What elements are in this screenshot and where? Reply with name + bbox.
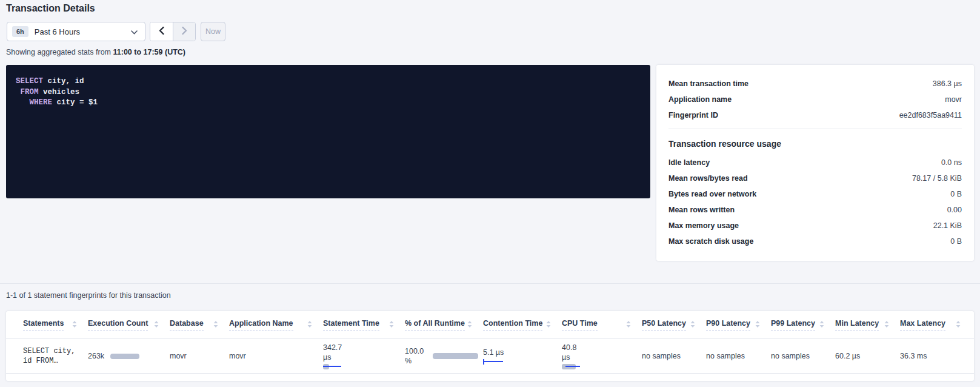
cpu-time-bar [562,364,584,370]
sql-line: WHERE city = $1 [16,98,641,109]
summary-value: 0.0 ns [941,158,962,167]
cell-p90-latency: no samples [706,352,771,360]
summary-label: Fingerprint ID [668,111,718,119]
summary-label: Mean rows/bytes read [668,174,748,183]
column-header-cpu-time[interactable]: CPU Time [562,319,642,331]
cell-statement[interactable]: SELECT city, id FROM… [23,346,88,366]
column-header-p99-latency[interactable]: P99 Latency [771,319,835,331]
time-controls: 6h Past 6 Hours Now [7,22,225,41]
page-title: Transaction Details [6,3,95,14]
column-header-statement-time[interactable]: Statement Time [323,319,405,331]
sort-icon [307,320,312,331]
chevron-left-icon [159,27,164,36]
summary-value: ee2df683f5aa9411 [899,111,962,119]
summary-row-mean-transaction-time: Mean transaction time 386.3 µs [668,76,962,92]
sort-icon [213,320,218,331]
summary-value: 0 B [950,190,962,198]
summary-row-fingerprint-id: Fingerprint ID ee2df683f5aa9411 [668,107,962,123]
fingerprints-count-caption: 1-1 of 1 statement fingerprints for this… [6,291,171,300]
sort-icon [819,320,824,331]
cell-p99-latency: no samples [771,352,835,360]
contention-time-bar [483,359,504,365]
column-header-execution-count[interactable]: Execution Count [88,319,170,331]
summary-label: Mean rows written [668,206,735,214]
cell-cpu-time: 40.8 µs [562,343,642,370]
aggregated-stats-caption: Showing aggregated stats from 11:00 to 1… [6,48,185,56]
column-header-contention-time[interactable]: Contention Time [483,319,562,331]
time-range-badge: 6h [12,26,28,37]
execution-count-bar [110,354,139,359]
resource-row-max-memory-usage: Max memory usage 22.1 KiB [668,218,962,234]
summary-value: 22.1 KiB [933,221,962,230]
summary-row-application-name: Application name movr [668,92,962,107]
column-header-application-name[interactable]: Application Name [229,319,323,331]
column-header-pct-of-all-runtime[interactable]: % of All Runtime [405,319,483,331]
summary-label: Bytes read over network [668,190,756,198]
resource-row-mean-rows-bytes-read: Mean rows/bytes read 78.17 / 5.8 KiB [668,170,962,186]
statements-table: Statements Execution Count Database Appl… [6,311,974,381]
statement-link[interactable]: SELECT city, id FROM… [23,346,75,366]
summary-value: 0.00 [947,206,962,214]
summary-value: 78.17 / 5.8 KiB [912,174,962,183]
next-range-button[interactable] [173,22,195,41]
sql-statement-box: SELECT city, id FROM vehicles WHERE city… [6,65,650,198]
sort-icon [956,320,961,331]
resource-row-bytes-read-over-network: Bytes read over network 0 B [668,186,962,202]
cell-pct-runtime: 100.0 % [405,346,483,366]
sql-keyword: WHERE [30,98,53,107]
summary-value: 0 B [950,237,962,246]
prev-range-button[interactable] [150,22,173,41]
statements-table-header: Statements Execution Count Database Appl… [6,311,974,338]
sort-icon [467,320,472,331]
sql-text: city = $1 [52,98,98,107]
caption-range: 11:00 to 17:59 (UTC) [113,48,185,56]
resource-row-mean-rows-written: Mean rows written 0.00 [668,202,962,218]
sort-icon [884,320,889,331]
cell-p50-latency: no samples [642,352,706,360]
sort-icon [154,320,159,331]
cell-execution-count: 263k [88,352,170,360]
column-header-p90-latency[interactable]: P90 Latency [706,319,771,331]
column-header-p50-latency[interactable]: P50 Latency [642,319,706,331]
time-range-dropdown[interactable]: 6h Past 6 Hours [7,22,145,41]
transaction-summary-card: Mean transaction time 386.3 µs Applicati… [656,65,974,261]
resource-usage-title: Transaction resource usage [668,139,962,149]
resource-row-max-scratch-disk-usage: Max scratch disk usage 0 B [668,234,962,249]
sort-icon [72,320,77,331]
summary-label: Mean transaction time [668,79,748,88]
time-range-label: Past 6 Hours [35,27,131,36]
resource-row-idle-latency: Idle latency 0.0 ns [668,155,962,170]
summary-label: Idle latency [668,158,710,167]
pct-runtime-bar [433,353,478,359]
chevron-right-icon [182,27,187,36]
chevron-down-icon [131,26,138,37]
summary-label: Application name [668,95,732,104]
cell-database: movr [170,352,229,360]
summary-value: 386.3 µs [933,79,962,88]
cell-max-latency: 36.3 ms [900,352,972,360]
column-header-statements[interactable]: Statements [23,319,88,331]
sort-icon [546,320,551,331]
statement-table-row: SELECT city, id FROM… 263k movr movr 342… [6,338,974,374]
sort-icon [690,320,695,331]
caption-prefix: Showing aggregated stats from [6,48,113,56]
sort-icon [389,320,394,331]
column-header-min-latency[interactable]: Min Latency [835,319,900,331]
sql-keyword: FROM [21,88,39,96]
transaction-details-page: Transaction Details 6h Past 6 Hours Now … [0,0,980,387]
statement-time-bar [323,364,350,370]
sort-icon [626,320,631,331]
column-header-max-latency[interactable]: Max Latency [900,319,972,331]
sort-icon [755,320,760,331]
summary-divider [668,129,962,129]
sql-line: FROM vehicles [16,87,641,98]
now-button[interactable]: Now [201,22,225,41]
cell-min-latency: 60.2 µs [835,352,900,360]
column-header-database[interactable]: Database [170,319,229,331]
time-nav-group [150,22,196,41]
section-divider [0,283,980,284]
summary-value: movr [945,95,962,104]
sql-text: city, id [43,77,84,86]
sql-line: SELECT city, id [16,76,641,87]
cell-application-name: movr [229,352,323,360]
